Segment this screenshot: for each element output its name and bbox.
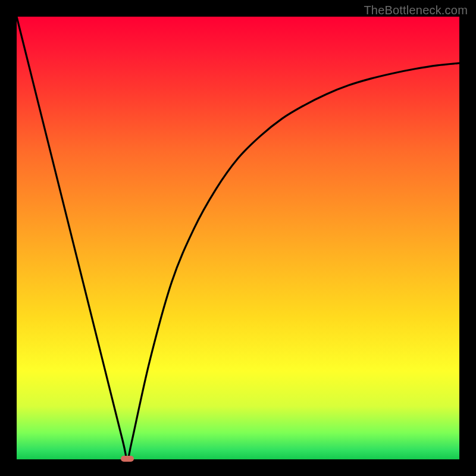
bottleneck-curve [17,17,459,459]
plot-area [17,17,459,459]
optimal-marker [121,456,134,462]
chart-frame: TheBottleneck.com [0,0,476,476]
watermark-text: TheBottleneck.com [364,4,468,17]
curve-path [17,17,459,459]
